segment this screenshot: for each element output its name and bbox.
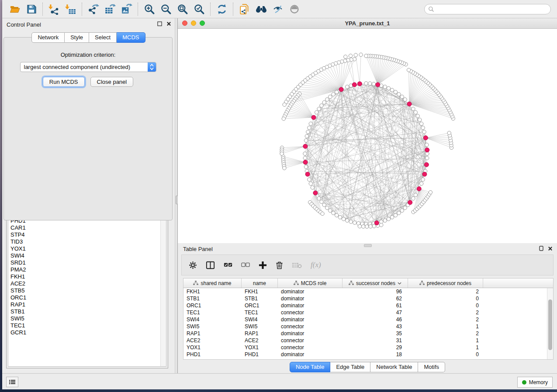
clone-network-icon[interactable] <box>236 2 253 17</box>
horizontal-splitter-handle[interactable] <box>364 244 372 247</box>
graph-node[interactable] <box>397 93 401 96</box>
graph-edge[interactable] <box>283 158 305 162</box>
graph-node[interactable] <box>383 85 387 89</box>
graph-edge[interactable] <box>426 138 451 143</box>
graph-edge[interactable] <box>378 61 396 85</box>
add-column-plus-icon[interactable] <box>259 261 267 269</box>
table-settings-gear-icon[interactable] <box>189 261 197 269</box>
show-details-eye-icon[interactable] <box>286 2 303 17</box>
graph-node[interactable] <box>400 209 404 212</box>
column-header-MCDS-role[interactable]: MCDS role <box>278 279 343 288</box>
mcds-result-item[interactable]: STB1 <box>8 308 166 315</box>
graph-node[interactable] <box>303 152 307 155</box>
graph-node[interactable] <box>320 200 323 203</box>
mcds-result-item[interactable]: ACE2 <box>8 280 166 287</box>
tab-mcds[interactable]: MCDS <box>117 32 145 43</box>
result-list-scrollbar[interactable] <box>160 216 166 366</box>
memory-button[interactable]: Memory <box>517 377 553 388</box>
graph-node[interactable] <box>304 165 308 168</box>
graph-node[interactable] <box>308 178 311 181</box>
float-panel-icon[interactable] <box>157 21 162 26</box>
graph-leaf-node[interactable] <box>321 212 324 215</box>
graph-mcds-hub-node[interactable] <box>425 148 429 152</box>
graph-edge[interactable] <box>284 162 305 166</box>
graph-node[interactable] <box>303 156 307 160</box>
delete-column-trash-icon[interactable] <box>276 261 283 269</box>
graph-edge[interactable] <box>366 56 378 85</box>
graph-mcds-hub-node[interactable] <box>311 115 316 120</box>
graph-node[interactable] <box>329 95 332 99</box>
column-header-predecessor-nodes[interactable]: predecessor nodes <box>408 279 483 288</box>
graph-leaf-node[interactable] <box>349 54 352 58</box>
graph-node[interactable] <box>403 206 407 210</box>
minimize-window-icon[interactable] <box>191 21 196 26</box>
graph-leaf-node[interactable] <box>282 117 285 120</box>
maximize-window-icon[interactable] <box>200 21 205 26</box>
graph-node[interactable] <box>325 206 329 210</box>
search-input[interactable] <box>437 6 547 13</box>
graph-node[interactable] <box>390 216 394 219</box>
graph-node[interactable] <box>387 86 390 90</box>
graph-edge[interactable] <box>426 138 451 148</box>
table-scrollbar-thumb[interactable] <box>548 299 552 350</box>
graph-node[interactable] <box>311 186 314 189</box>
graph-leaf-node[interactable] <box>429 190 432 194</box>
mcds-result-item[interactable]: PMA2 <box>8 266 166 273</box>
close-panel-button[interactable]: Close panel <box>90 77 134 87</box>
graph-edge[interactable] <box>327 67 341 89</box>
graph-node[interactable] <box>403 98 407 101</box>
graph-node[interactable] <box>422 130 426 134</box>
table-row[interactable]: TEC1TEC1connector472 <box>183 309 553 316</box>
graph-mcds-hub-node[interactable] <box>339 87 343 92</box>
graph-edge[interactable] <box>378 64 406 85</box>
graph-mcds-hub-node[interactable] <box>423 136 428 140</box>
tab-style[interactable]: Style <box>65 32 89 43</box>
graph-node[interactable] <box>329 209 332 212</box>
mcds-result-item[interactable]: YOX1 <box>8 245 166 252</box>
table-row[interactable]: YOX1YOX1connector291 <box>183 344 553 351</box>
graph-node[interactable] <box>335 90 338 94</box>
graph-node[interactable] <box>426 156 429 160</box>
search-binoculars-icon[interactable] <box>253 2 270 17</box>
function-builder-icon[interactable]: f(x) <box>311 261 321 269</box>
graph-node[interactable] <box>332 211 335 215</box>
tab-node-table[interactable]: Node Table <box>290 362 331 372</box>
graph-leaf-node[interactable] <box>380 223 383 227</box>
graph-mcds-hub-node[interactable] <box>407 102 412 106</box>
mcds-result-item[interactable]: STP4 <box>8 231 166 238</box>
graph-edge[interactable] <box>370 56 378 85</box>
mcds-result-item[interactable]: SWI5 <box>8 315 166 322</box>
table-row[interactable]: ORC1ORC1dominator610 <box>183 302 553 309</box>
graph-leaf-node[interactable] <box>359 53 363 56</box>
network-window-titlebar[interactable]: YPA_prune.txt_1 <box>178 18 557 29</box>
graph-node[interactable] <box>421 126 425 130</box>
graph-edge[interactable] <box>360 55 361 84</box>
graph-mcds-hub-node[interactable] <box>424 162 429 167</box>
mcds-result-item[interactable]: SRD1 <box>8 259 166 266</box>
graph-node[interactable] <box>346 85 349 89</box>
graph-edge[interactable] <box>336 63 342 89</box>
mcds-result-item[interactable]: RAP1 <box>8 301 166 308</box>
graph-node[interactable] <box>368 82 372 85</box>
close-panel-icon[interactable] <box>166 21 171 26</box>
graph-node[interactable] <box>394 90 397 94</box>
graph-mcds-hub-node[interactable] <box>408 200 412 205</box>
table-row[interactable]: ACE2ACE2connector311 <box>183 337 553 344</box>
graph-node[interactable] <box>320 104 323 107</box>
graph-edge[interactable] <box>282 146 305 150</box>
graph-leaf-node[interactable] <box>369 225 372 228</box>
tab-select[interactable]: Select <box>89 32 117 43</box>
graph-node[interactable] <box>308 126 311 130</box>
graph-mcds-hub-node[interactable] <box>374 221 379 225</box>
apply-layout-icon[interactable] <box>214 2 230 17</box>
graph-node[interactable] <box>414 193 417 196</box>
table-row[interactable]: STB1STB1dominator620 <box>183 295 553 302</box>
graph-node[interactable] <box>332 93 335 96</box>
graph-node[interactable] <box>394 213 397 217</box>
tab-network[interactable]: Network <box>31 32 65 43</box>
graph-leaf-node[interactable] <box>362 225 365 228</box>
table-row[interactable]: RAP1RAP1dominator352 <box>183 330 553 337</box>
select-all-icon[interactable] <box>224 262 232 268</box>
graph-leaf-node[interactable] <box>365 225 369 228</box>
graph-node[interactable] <box>418 118 422 121</box>
